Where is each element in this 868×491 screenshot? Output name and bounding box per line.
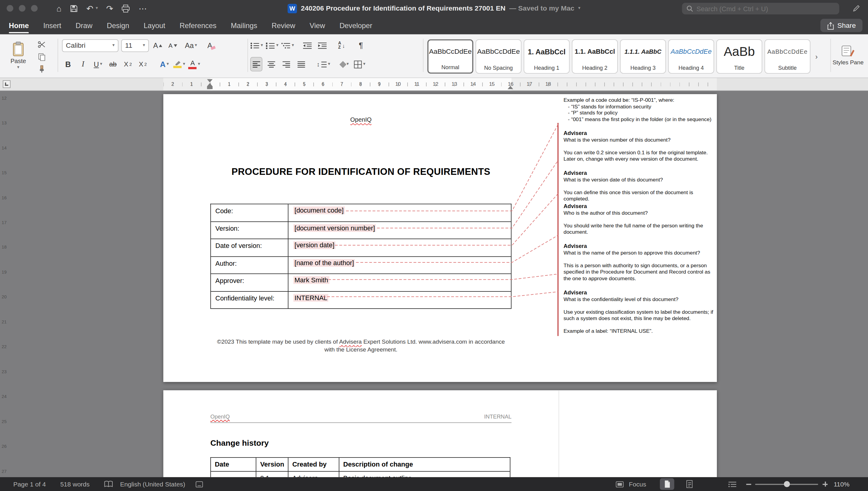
- page-count[interactable]: Page 1 of 4: [13, 481, 46, 487]
- info-value[interactable]: [document code]: [293, 206, 345, 214]
- tab-mailings[interactable]: Mailings: [231, 17, 257, 34]
- minimize-button[interactable]: [19, 5, 25, 11]
- document-page-2[interactable]: OpenIQ INTERNAL Change history Date Vers…: [164, 390, 717, 477]
- numbering-button[interactable]: ▾: [266, 38, 279, 53]
- style-normal[interactable]: AaBbCcDdEeNormal: [427, 39, 473, 74]
- info-label[interactable]: Confidentiality level:: [211, 291, 288, 308]
- info-value[interactable]: Mark Smith: [293, 276, 329, 284]
- zoom-slider[interactable]: [755, 477, 818, 491]
- subscript-button[interactable]: X2: [122, 57, 134, 71]
- line-spacing-button[interactable]: ↕ ▾: [317, 57, 330, 71]
- info-value[interactable]: [document version number]: [293, 224, 376, 232]
- style-heading-4[interactable]: AaBbCcDdEeHeading 4: [668, 39, 714, 74]
- show-marks-button[interactable]: ¶: [355, 38, 367, 53]
- draft-view-button[interactable]: [682, 478, 696, 490]
- hanging-indent-marker[interactable]: [207, 83, 213, 86]
- document-page-1[interactable]: OpenIQ PROCEDURE FOR IDENTIFICATION OF R…: [164, 94, 717, 382]
- focus-button[interactable]: Focus: [629, 477, 646, 491]
- styles-pane-button[interactable]: Styles Pane: [832, 37, 865, 74]
- info-label[interactable]: Approver:: [211, 274, 288, 291]
- col-header[interactable]: Date: [211, 458, 256, 471]
- title-dropdown-icon[interactable]: ▾: [578, 6, 580, 10]
- doc-main-title[interactable]: PROCEDURE FOR IDENTIFICATION OF REQUIREM…: [210, 167, 511, 178]
- presence-button[interactable]: [852, 4, 861, 15]
- language-selector[interactable]: English (United States): [120, 481, 185, 487]
- style-heading-2[interactable]: 1.1. AaBbCclHeading 2: [572, 39, 618, 74]
- comment-author-q[interactable]: AdviseraWho is the author of this docume…: [563, 203, 714, 235]
- print-layout-view-button[interactable]: [660, 478, 674, 490]
- tab-layout[interactable]: Layout: [143, 17, 165, 34]
- shading-button[interactable]: ▾: [338, 57, 351, 71]
- license-footer[interactable]: ©2023 This template may be used by clien…: [212, 338, 510, 353]
- first-line-indent-marker[interactable]: [207, 79, 213, 82]
- table-cell[interactable]: [211, 472, 256, 477]
- highlight-button[interactable]: ▾: [173, 57, 186, 71]
- change-case-button[interactable]: Aa▾: [185, 38, 197, 53]
- col-header[interactable]: Version: [256, 458, 288, 471]
- zoom-track[interactable]: [755, 484, 818, 485]
- zoom-out-button[interactable]: [746, 477, 751, 491]
- left-indent-marker[interactable]: [207, 86, 213, 89]
- print-button[interactable]: [121, 4, 130, 12]
- style-heading-3[interactable]: 1.1.1. AaBbCHeading 3: [620, 39, 666, 74]
- shrink-font-button[interactable]: A: [167, 38, 179, 53]
- tab-developer[interactable]: Developer: [340, 17, 372, 34]
- comment-approver-q[interactable]: AdviseraWhat is the name of the person t…: [563, 243, 714, 281]
- search-input[interactable]: [696, 5, 835, 13]
- zoom-in-button[interactable]: [823, 477, 828, 491]
- comment-code[interactable]: Example of a code could be: “IS-P-001”, …: [563, 97, 714, 122]
- tab-design[interactable]: Design: [107, 17, 129, 34]
- table-cell[interactable]: Advisera: [288, 472, 340, 477]
- font-size-select[interactable]: 11▾: [121, 39, 149, 52]
- col-header[interactable]: Created by: [288, 458, 340, 471]
- font-name-select[interactable]: Calibri▾: [62, 39, 118, 52]
- bold-button[interactable]: B: [62, 57, 74, 71]
- undo-dropdown-icon[interactable]: ▾: [96, 6, 98, 10]
- keyboard-layout-button[interactable]: [195, 481, 203, 487]
- document-canvas[interactable]: 12131415161718192021222324252627 OpenIQ …: [0, 91, 868, 478]
- multilevel-list-button[interactable]: ▾: [281, 38, 294, 53]
- increase-indent-button[interactable]: [316, 38, 328, 53]
- clear-formatting-button[interactable]: A: [205, 38, 218, 53]
- copy-button[interactable]: [35, 51, 48, 62]
- undo-button[interactable]: ↶ ▾: [86, 4, 98, 12]
- zoom-percentage[interactable]: 110%: [834, 477, 849, 491]
- borders-button[interactable]: ▾: [354, 57, 366, 71]
- col-header[interactable]: Description of change: [339, 458, 510, 471]
- tab-view[interactable]: View: [310, 17, 325, 34]
- header-classification[interactable]: INTERNAL: [484, 413, 511, 420]
- save-button[interactable]: [70, 4, 78, 12]
- info-label[interactable]: Version:: [211, 222, 288, 238]
- tab-selector-button[interactable]: [3, 80, 10, 88]
- gallery-expand-button[interactable]: ›: [813, 39, 820, 74]
- zoom-window-button[interactable]: [31, 5, 38, 11]
- font-color-button[interactable]: A ▾: [188, 57, 200, 71]
- underline-button[interactable]: U▾: [92, 57, 104, 71]
- table-cell[interactable]: 0.1: [256, 472, 288, 477]
- style-subtitle[interactable]: AaBbCcDdEeSubtitle: [764, 39, 810, 74]
- grow-font-button[interactable]: A: [152, 38, 164, 53]
- more-toolbar-button[interactable]: ⋯: [139, 4, 147, 12]
- style-title[interactable]: AaBbTitle: [716, 39, 762, 74]
- strikethrough-button[interactable]: ab: [107, 57, 119, 71]
- header-logo[interactable]: OpenIQ: [210, 413, 230, 420]
- info-value[interactable]: [name of the author]: [293, 259, 355, 267]
- paste-dropdown-icon[interactable]: ▾: [17, 65, 19, 69]
- spellcheck-button[interactable]: [104, 481, 113, 488]
- decrease-indent-button[interactable]: [301, 38, 313, 53]
- style-heading-1[interactable]: 1. AaBbCclHeading 1: [524, 39, 569, 74]
- home-icon[interactable]: ⌂: [56, 4, 62, 12]
- tab-review[interactable]: Review: [272, 17, 295, 34]
- info-label[interactable]: Author:: [211, 257, 288, 273]
- change-history-heading[interactable]: Change history: [210, 438, 269, 447]
- tab-home[interactable]: Home: [9, 17, 29, 34]
- sort-button[interactable]: AZ ↓: [335, 38, 347, 53]
- cut-button[interactable]: [35, 39, 48, 50]
- info-value[interactable]: INTERNAL: [293, 293, 328, 301]
- info-value[interactable]: [version date]: [293, 241, 335, 249]
- underline-dropdown-icon[interactable]: ▾: [100, 62, 102, 66]
- format-painter-button[interactable]: [35, 64, 48, 74]
- align-left-button[interactable]: [250, 57, 262, 71]
- align-center-button[interactable]: [265, 57, 277, 71]
- info-label[interactable]: Date of version:: [211, 239, 288, 256]
